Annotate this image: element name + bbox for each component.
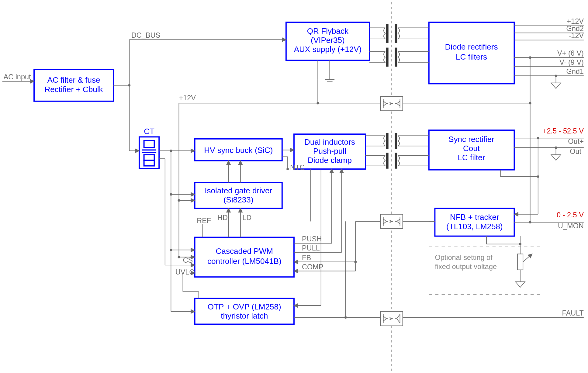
sig-dc-bus: DC_BUS — [131, 31, 160, 39]
transformer-pushpull — [365, 133, 429, 168]
sig-fb: FB — [302, 254, 311, 262]
sig-ac-input: AC input — [4, 73, 31, 81]
svg-point-69 — [529, 102, 531, 104]
block-qr-l1: QR Flyback — [307, 26, 349, 36]
block-nfb-l1: NFB + tracker — [450, 212, 499, 222]
sig-umon: U_MON — [558, 222, 584, 230]
block-diode-l1: Diode rectifiers — [445, 42, 498, 51]
block-nfb-l2: (TL103, LM258) — [446, 222, 503, 231]
potentiometer-icon — [486, 236, 532, 287]
block-qr-l2: (VIPer35) — [311, 36, 345, 45]
block-sync-l1: Sync rectifier — [448, 135, 494, 144]
svg-rect-5 — [386, 24, 389, 43]
block-qr-l3: AUX supply (+12V) — [294, 45, 362, 54]
sig-vp: V+ (6 V) — [557, 49, 584, 57]
svg-rect-18 — [395, 133, 397, 149]
svg-point-120 — [519, 243, 521, 245]
transformer-flyback — [369, 24, 429, 67]
svg-point-60 — [316, 102, 319, 104]
opto-aux — [381, 96, 403, 111]
block-diagram: AC filter & fuse Rectifier + Cbulk QR Fl… — [0, 0, 588, 373]
sig-comp: COMP — [302, 263, 323, 271]
block-otp-l2: thyristor latch — [221, 311, 268, 320]
block-ac-filter-l2: Rectifier + Cbulk — [44, 85, 103, 94]
block-ct-label: CT — [144, 127, 154, 136]
sig-p12v: +12V — [567, 17, 584, 25]
svg-line-117 — [523, 254, 532, 262]
sig-ld: LD — [242, 214, 251, 222]
sig-pull: PULL — [302, 244, 320, 252]
svg-rect-6 — [395, 24, 397, 43]
sig-cs: CS — [183, 256, 193, 264]
block-pwm-l2: controller (LM5041B) — [207, 257, 282, 266]
block-igd-l1: Isolated gate driver — [205, 186, 272, 195]
svg-rect-12 — [395, 48, 397, 67]
sig-vm: V- (9 V) — [559, 58, 584, 66]
block-sync-l3: LC filter — [458, 153, 485, 162]
svg-point-93 — [354, 261, 357, 263]
block-pwm-l1: Cascaded PWM — [216, 247, 273, 256]
opt-l1: Optional setting of — [435, 254, 493, 261]
sig-fault: FAULT — [562, 309, 584, 317]
sig-umonv: 0 - 2.5 V — [557, 211, 584, 219]
svg-point-87 — [537, 175, 539, 178]
sig-push: PUSH — [302, 235, 322, 243]
opto-fault — [381, 312, 403, 326]
sig-plus12: +12V — [179, 94, 196, 102]
svg-point-78 — [555, 74, 557, 77]
sig-ref: REF — [197, 217, 211, 225]
block-sync-l2: Cout — [463, 144, 480, 153]
svg-rect-24 — [395, 153, 397, 169]
sig-outm: Out- — [570, 147, 584, 155]
opto-feedback — [381, 214, 403, 229]
block-ac-filter-l1: AC filter & fuse — [47, 75, 100, 85]
sig-outv: +2.5 - 52.5 V — [543, 127, 584, 135]
block-dual-l2: Push-pull — [313, 147, 346, 156]
block-igd-l2: (Si8233) — [223, 195, 254, 204]
svg-point-41 — [170, 150, 172, 152]
sig-gnd1: Gnd1 — [566, 67, 583, 75]
svg-rect-23 — [386, 153, 389, 169]
block-hv-sync-l1: HV sync buck (SiC) — [204, 146, 273, 155]
svg-rect-115 — [517, 254, 523, 270]
block-dual-l3: Diode clamp — [308, 156, 352, 165]
svg-rect-17 — [386, 133, 389, 149]
svg-point-113 — [344, 316, 347, 319]
block-diode-l2: LC filters — [456, 52, 487, 61]
sig-outp: Out+ — [568, 137, 584, 145]
sig-m12v: -12V — [569, 32, 584, 40]
sig-gnd2: Gnd2 — [566, 25, 583, 33]
sig-ntc: NTC — [290, 164, 305, 171]
sig-uvlo: UVLO — [175, 268, 195, 276]
block-dual-l1: Dual inductors — [304, 137, 355, 147]
svg-rect-11 — [386, 48, 389, 67]
sig-hd: HD — [217, 214, 228, 222]
svg-point-81 — [555, 147, 557, 149]
block-otp-l1: OTP + OVP (LM258) — [208, 302, 281, 311]
opt-l2: fixed output voltage — [435, 263, 497, 271]
